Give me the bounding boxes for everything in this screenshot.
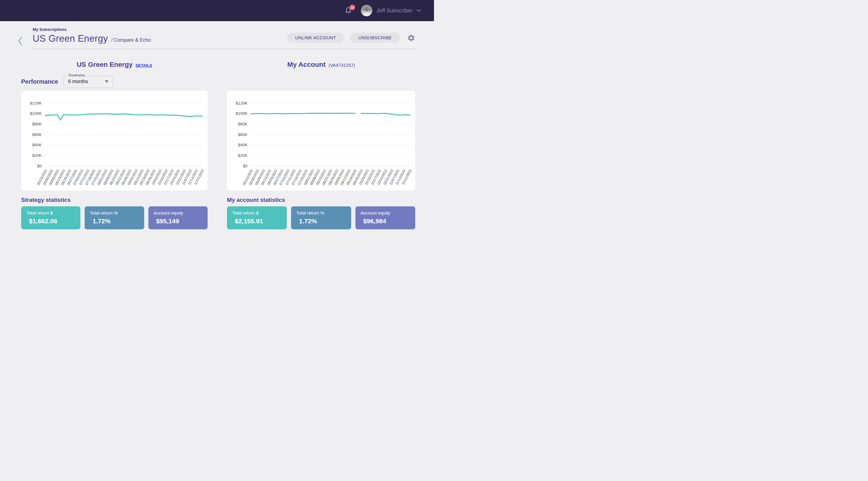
timeframe-select[interactable]: Timeframe: 6 months [63, 75, 113, 88]
stat-value: $95,149 [156, 218, 205, 225]
svg-text:$40K: $40K [238, 142, 248, 147]
strategy-title: US Green Energy [77, 61, 133, 69]
strategy-stats-title: Strategy statistics [21, 197, 208, 203]
unsubscribe-button[interactable]: UNSUBSCRIBE [350, 33, 400, 43]
details-link[interactable]: DETAILS [136, 63, 152, 68]
svg-text:$20K: $20K [238, 153, 248, 158]
svg-text:$40K: $40K [32, 142, 42, 147]
svg-text:$60K: $60K [238, 132, 248, 137]
strategy-performance-chart: $0$20K$40K$60K$80K$100K$120K05/23/202205… [21, 91, 208, 191]
account-title: My Account [287, 61, 326, 69]
notification-badge: 15 [349, 4, 355, 10]
timeframe-label: Timeframe: [67, 73, 87, 77]
stat-label: Account equity [154, 210, 205, 216]
user-menu[interactable]: Jeff Subscriber [361, 5, 421, 16]
controls-spacer [227, 72, 415, 91]
line-chart-svg: $0$20K$40K$60K$80K$100K$120K05/23/202205… [227, 91, 415, 191]
svg-text:$100K: $100K [30, 111, 42, 116]
account-stat-cards: Total return $ $2,155.91 Total return % … [227, 206, 415, 229]
svg-text:$80K: $80K [238, 122, 248, 126]
strategy-chart-panel: $0$20K$40K$60K$80K$100K$120K05/23/202205… [21, 91, 208, 191]
stat-label: Total return % [296, 210, 348, 216]
stat-label: Total return $ [232, 210, 284, 216]
svg-text:$80K: $80K [32, 122, 42, 126]
stat-card: Account equity $96,984 [355, 206, 415, 229]
account-stats-title: My account statistics [227, 197, 415, 203]
svg-text:$0: $0 [37, 164, 42, 168]
stat-card: Total return $ $1,662.06 [21, 206, 81, 229]
back-button[interactable] [18, 36, 23, 46]
stat-label: Total return % [90, 210, 141, 216]
strategy-stat-cards: Total return $ $1,662.06 Total return % … [21, 206, 208, 229]
svg-text:$60K: $60K [32, 132, 42, 137]
account-chart-panel: $0$20K$40K$60K$80K$100K$120K05/23/202205… [227, 91, 415, 191]
settings-button[interactable] [407, 34, 415, 42]
chevron-down-icon [416, 9, 421, 12]
stat-card: Total return % 1.72% [85, 206, 144, 229]
stat-value: 1.72% [299, 218, 348, 225]
page-title: US Green Energy [33, 33, 108, 44]
account-performance-chart: $0$20K$40K$60K$80K$100K$120K05/23/202205… [227, 91, 415, 191]
strategy-header: US Green Energy DETAILS [21, 57, 208, 72]
comparison-grid: US Green Energy DETAILS My Account (VA47… [21, 57, 415, 229]
title-area: My Subscriptions US Green Energy / Compa… [33, 21, 415, 49]
stat-card: Account equity $95,149 [148, 206, 208, 229]
unlink-account-button[interactable]: UNLINK ACCOUNT [287, 33, 344, 43]
triangle-down-icon [105, 81, 108, 83]
svg-text:$100K: $100K [236, 111, 248, 116]
stat-label: Account equity [361, 210, 412, 216]
account-number: (VA4731257) [329, 63, 355, 68]
svg-text:$120K: $120K [30, 101, 42, 105]
account-header: My Account (VA4731257) [227, 57, 415, 72]
breadcrumb: My Subscriptions [33, 27, 415, 32]
topbar: 15 Jeff Subscriber [0, 0, 434, 21]
stat-value: 1.72% [92, 218, 141, 225]
notification-bell-button[interactable]: 15 [344, 6, 352, 15]
stat-label: Total return $ [26, 210, 78, 216]
page-subtitle: / Compare & Echo [111, 37, 151, 43]
performance-heading: Performance [21, 78, 58, 85]
stat-card: Total return $ $2,155.91 [227, 206, 287, 229]
timeframe-value: 6 months [68, 79, 88, 84]
svg-text:$20K: $20K [32, 153, 42, 158]
svg-text:$0: $0 [243, 164, 248, 168]
title-divider [33, 49, 415, 49]
user-menu-label: Jeff Subscriber [376, 7, 412, 14]
page-content: My Subscriptions US Green Energy / Compa… [0, 21, 434, 229]
gear-icon [407, 34, 415, 42]
stat-value: $96,984 [363, 218, 412, 225]
line-chart-svg: $0$20K$40K$60K$80K$100K$120K05/23/202205… [21, 91, 208, 191]
stat-value: $2,155.91 [235, 218, 284, 225]
performance-controls: Performance Timeframe: 6 months [21, 72, 208, 91]
svg-text:$120K: $120K [236, 101, 248, 105]
chevron-left-icon [18, 36, 23, 46]
avatar [361, 5, 372, 16]
stat-value: $1,662.06 [29, 218, 78, 225]
title-actions: UNLINK ACCOUNT UNSUBSCRIBE [287, 33, 415, 43]
stat-card: Total return % 1.72% [291, 206, 351, 229]
